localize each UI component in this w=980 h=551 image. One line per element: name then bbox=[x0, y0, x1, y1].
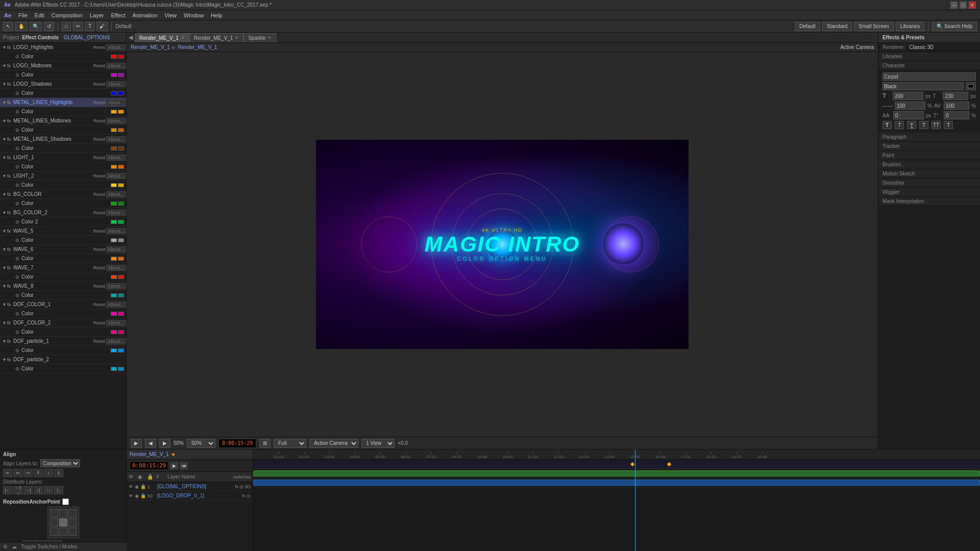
about-btn[interactable]: About... bbox=[106, 136, 126, 142]
minimize-button[interactable]: ─ bbox=[950, 2, 958, 9]
leading-input[interactable] bbox=[895, 102, 925, 110]
step-back[interactable]: ◀ bbox=[145, 439, 156, 448]
motion-sketch-section[interactable]: Motion Sketch bbox=[878, 169, 980, 179]
color-swatch-1[interactable] bbox=[111, 110, 117, 114]
keyframe-1[interactable] bbox=[630, 462, 634, 466]
menu-help[interactable]: Help bbox=[211, 12, 223, 18]
reset-btn[interactable]: Reset bbox=[92, 45, 106, 50]
tl-name-global[interactable]: [GLOBAL_OPTIONS] bbox=[157, 484, 233, 489]
color-swatch-2[interactable] bbox=[118, 367, 124, 371]
toolbar-zoom[interactable]: 🔍 bbox=[30, 22, 42, 31]
toolbar-pen[interactable]: ✏ bbox=[73, 22, 83, 31]
comp-tab-close-2[interactable]: ✕ bbox=[235, 35, 239, 40]
dist-right-btn[interactable]: →| bbox=[23, 486, 33, 494]
anchor-mr[interactable] bbox=[68, 518, 77, 527]
tsuperscript-input[interactable] bbox=[944, 111, 969, 119]
anchor-bl[interactable] bbox=[50, 528, 58, 536]
baseline-input[interactable] bbox=[893, 111, 924, 119]
about-btn[interactable]: About... bbox=[106, 81, 126, 87]
about-btn[interactable]: About... bbox=[106, 44, 126, 51]
color-swatch-1[interactable] bbox=[111, 202, 117, 206]
toolbar-shape[interactable]: □ bbox=[62, 22, 71, 31]
about-btn[interactable]: About... bbox=[106, 265, 126, 271]
kerning-input[interactable] bbox=[944, 102, 969, 110]
tl-start-btn[interactable]: ⏮ bbox=[180, 462, 188, 469]
color-swatch-2[interactable] bbox=[118, 312, 124, 316]
layer-wave-6[interactable]: ▼ fx WAVE_6 Reset About... bbox=[0, 245, 126, 254]
anchor-br[interactable] bbox=[68, 528, 77, 536]
wiggler-section[interactable]: Wiggler bbox=[878, 188, 980, 197]
toolbar-brush[interactable]: 🖌 bbox=[96, 22, 108, 31]
layer-metal-highlights-color[interactable]: ⊙ Color bbox=[0, 107, 126, 116]
about-btn[interactable]: About... bbox=[106, 63, 126, 69]
comp-tab-close-sparkle[interactable]: ✕ bbox=[267, 35, 272, 40]
smoother-section[interactable]: Smoother bbox=[878, 179, 980, 188]
font-family-input[interactable] bbox=[883, 72, 976, 81]
about-btn[interactable]: About... bbox=[106, 338, 126, 344]
anchor-tc[interactable] bbox=[59, 509, 67, 517]
layer-wave8-color[interactable]: ⊙ Color bbox=[0, 291, 126, 300]
italic-btn[interactable]: T bbox=[895, 121, 904, 129]
layer-logo-shadows[interactable]: ▼ fx LOGO_Shadows Reset About... bbox=[0, 80, 126, 89]
color-swatch-1[interactable] bbox=[111, 55, 117, 59]
dist-center-h-btn[interactable]: ←|→ bbox=[13, 486, 22, 494]
tl-eye-1[interactable]: 👁 bbox=[129, 484, 133, 489]
nav-back-icon[interactable]: ◀ bbox=[129, 34, 133, 41]
color-swatch-1[interactable] bbox=[111, 238, 117, 242]
tl-name-logo-drop[interactable]: [LOGO_DROP_V_1] bbox=[157, 493, 240, 498]
layer-logo-shadows-color[interactable]: ⊙ Color bbox=[0, 89, 126, 98]
tl-timecode[interactable]: 0:00:15:29 bbox=[130, 461, 168, 470]
reposition-checkbox[interactable] bbox=[62, 498, 69, 505]
timecode-display[interactable]: 0:00:15:29 bbox=[218, 439, 256, 448]
layer-dof-color-1[interactable]: ▼ fx DOF_COLOR_1 Reset About... bbox=[0, 300, 126, 309]
play-button[interactable]: ▶ bbox=[131, 439, 142, 448]
reset-btn[interactable]: Reset bbox=[92, 173, 106, 179]
menu-view[interactable]: View bbox=[164, 12, 177, 18]
color-swatch-2[interactable] bbox=[118, 128, 124, 132]
layer-dof-particle-1[interactable]: ▼ fx DOF_particle_1 Reset About... bbox=[0, 337, 126, 346]
reset-btn[interactable]: Reset bbox=[92, 302, 106, 307]
layer-wave6-color[interactable]: ⊙ Color bbox=[0, 254, 126, 263]
close-button[interactable]: ✕ bbox=[969, 2, 976, 9]
color-swatch-1[interactable] bbox=[111, 330, 117, 334]
track-bar-global[interactable] bbox=[253, 470, 980, 477]
color-swatch-2[interactable] bbox=[118, 275, 124, 279]
toolbar-select[interactable]: ↖ bbox=[3, 22, 13, 31]
color-swatch-1[interactable] bbox=[111, 91, 117, 95]
maximize-button[interactable]: □ bbox=[960, 2, 967, 9]
layer-dof-particle1-color[interactable]: ⊙ Color bbox=[0, 346, 126, 355]
about-btn[interactable]: About... bbox=[106, 320, 126, 326]
color-swatch-1[interactable] bbox=[111, 257, 117, 261]
color-swatch-2[interactable] bbox=[118, 293, 124, 297]
about-btn[interactable]: About... bbox=[106, 210, 126, 216]
color-swatch-2[interactable] bbox=[118, 348, 124, 353]
step-fwd[interactable]: ▶ bbox=[159, 439, 170, 448]
paragraph-section[interactable]: Paragraph bbox=[878, 133, 980, 142]
anchor-mc[interactable] bbox=[59, 518, 67, 527]
color-swatch-1[interactable] bbox=[111, 73, 117, 77]
menu-composition[interactable]: Composition bbox=[52, 12, 83, 18]
reset-btn[interactable]: Reset bbox=[92, 63, 106, 68]
toolbar-rotate[interactable]: ↺ bbox=[44, 22, 54, 31]
about-btn[interactable]: About... bbox=[106, 228, 126, 234]
font-height-input[interactable] bbox=[943, 92, 968, 100]
color-swatch-2[interactable] bbox=[118, 183, 124, 187]
color-swatch-1[interactable] bbox=[111, 348, 117, 353]
about-btn[interactable]: About... bbox=[106, 302, 126, 308]
reset-btn[interactable]: Reset bbox=[92, 155, 106, 160]
layer-light-1[interactable]: ▼ fx LIGHT_1 Reset About... bbox=[0, 153, 126, 162]
layer-light1-color[interactable]: ⊙ Color bbox=[0, 162, 126, 171]
color-swatch-1[interactable] bbox=[111, 183, 117, 187]
menu-edit[interactable]: Edit bbox=[35, 12, 44, 18]
color-swatch-1[interactable] bbox=[111, 367, 117, 371]
workspace-standard[interactable]: Standard bbox=[822, 22, 852, 31]
align-center-v-btn[interactable]: ↕ bbox=[44, 469, 53, 477]
breadcrumb-comp[interactable]: Render_ME_V_1 bbox=[131, 44, 170, 50]
layer-dof-color-2[interactable]: ▼ fx DOF_COLOR_2 Reset About... bbox=[0, 318, 126, 328]
menu-file[interactable]: File bbox=[18, 12, 28, 18]
color-swatch-2[interactable] bbox=[118, 202, 124, 206]
layer-metal-shadows-color[interactable]: ⊙ Color bbox=[0, 144, 126, 153]
reset-btn[interactable]: Reset bbox=[92, 137, 106, 142]
layer-bg-color-2[interactable]: ▼ fx BG_COLOR_2 Reset About... bbox=[0, 208, 126, 217]
brushes-section[interactable]: Brushes bbox=[878, 160, 980, 169]
